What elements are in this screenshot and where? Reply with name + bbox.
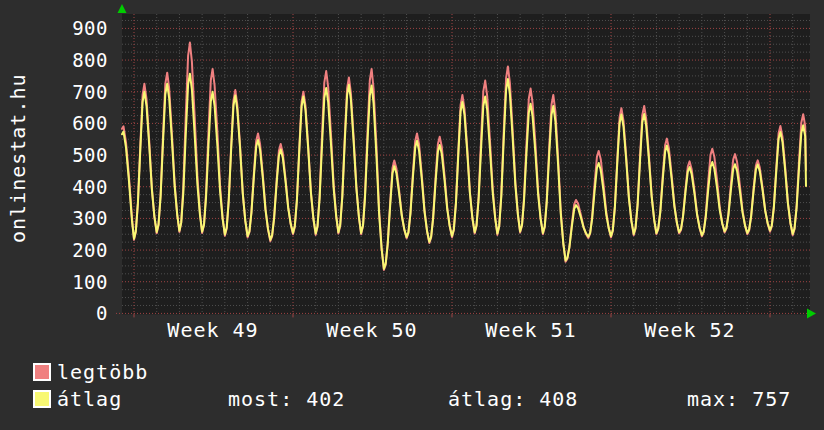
stat-max: max: 757 <box>687 389 791 409</box>
legend-swatch-avg <box>33 390 51 408</box>
x-axis-week-label: Week 50 <box>302 319 442 341</box>
y-axis-tick-label: 700 <box>0 82 108 102</box>
y-axis-tick-label: 900 <box>0 18 108 38</box>
y-axis-tick-label: 200 <box>0 240 108 260</box>
legend-swatch-most <box>33 363 51 381</box>
stats-graph-panel: onlinestat.hu 900 800 700 600 500 400 30… <box>0 0 824 430</box>
stat-current: most: 402 <box>228 389 345 409</box>
y-axis-tick-label: 400 <box>0 177 108 197</box>
y-axis-tick-label: 800 <box>0 50 108 70</box>
y-axis-tick-label: 300 <box>0 208 108 228</box>
y-axis-tick-label: 500 <box>0 145 108 165</box>
legend-label-avg: átlag <box>57 389 122 409</box>
legend-label-most: legtöbb <box>57 362 148 382</box>
x-axis-week-label: Week 51 <box>461 319 601 341</box>
x-axis-week-label: Week 52 <box>620 319 760 341</box>
stat-average: átlag: 408 <box>448 389 578 409</box>
y-axis-tick-label: 600 <box>0 113 108 133</box>
y-axis-tick-label: 100 <box>0 272 108 292</box>
x-axis-week-label: Week 49 <box>143 319 283 341</box>
y-axis-tick-label: 0 <box>0 303 108 323</box>
